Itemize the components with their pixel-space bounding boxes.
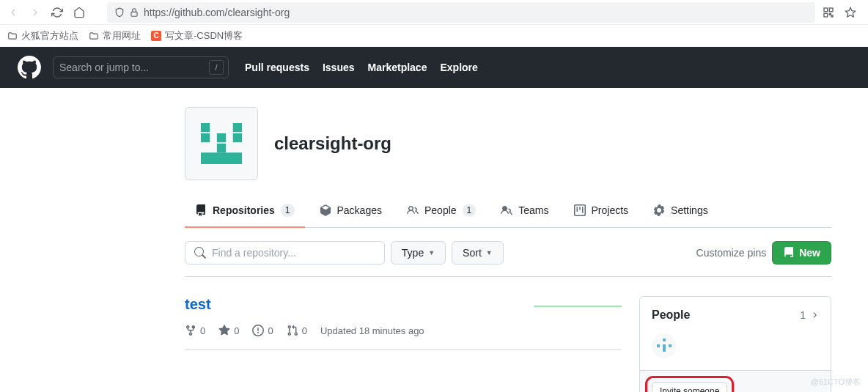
tab-people[interactable]: People 1 (397, 198, 486, 227)
customize-pins-link[interactable]: Customize pins (696, 247, 767, 259)
tab-label: Packages (337, 204, 382, 216)
people-box: People 1 (639, 296, 831, 392)
sort-label: Sort (463, 247, 482, 259)
svg-rect-19 (663, 347, 666, 352)
browser-toolbar: https://github.com/clearsight-org (0, 0, 868, 25)
svg-marker-6 (845, 7, 855, 17)
repo-item: test (185, 296, 622, 313)
people-box-footer: Invite someone (640, 370, 831, 392)
watermark: @51CTO博客 (811, 377, 861, 388)
tab-label: Teams (518, 204, 548, 216)
caret-icon: ▼ (428, 249, 435, 256)
issue-icon (252, 325, 264, 336)
svg-rect-5 (831, 15, 833, 17)
member-avatar[interactable] (652, 333, 677, 358)
tab-label: People (424, 204, 457, 216)
star-icon (218, 325, 230, 336)
search-input[interactable] (59, 62, 199, 73)
bookmarks-bar: 火狐官方站点 常用网址 C 写文章-CSDN博客 (0, 25, 868, 47)
people-box-body (640, 333, 831, 370)
slash-key-icon: / (209, 60, 224, 75)
divider (185, 276, 831, 277)
csdn-icon: C (151, 31, 161, 41)
qr-icon[interactable] (823, 7, 834, 18)
repo-icon (195, 204, 207, 216)
issues-count[interactable]: 0 (252, 325, 273, 336)
svg-rect-10 (217, 133, 226, 142)
new-repo-button[interactable]: New (772, 241, 831, 265)
svg-rect-11 (233, 133, 242, 142)
divider (185, 350, 622, 350)
repo-icon (783, 247, 795, 259)
github-logo-icon[interactable] (18, 56, 41, 79)
people-box-header[interactable]: People 1 (640, 297, 831, 333)
reload-button[interactable] (51, 7, 63, 18)
nav-issues[interactable]: Issues (323, 62, 355, 73)
url-bar[interactable]: https://github.com/clearsight-org (107, 2, 815, 23)
people-count-link[interactable]: 1 (800, 309, 819, 321)
svg-rect-3 (824, 13, 828, 17)
back-button[interactable] (7, 7, 19, 18)
svg-rect-4 (829, 13, 831, 15)
tab-count: 1 (463, 204, 477, 217)
github-header: / Pull requests Issues Marketplace Explo… (0, 47, 868, 88)
github-nav: Pull requests Issues Marketplace Explore (245, 62, 478, 73)
org-avatar[interactable] (185, 107, 258, 180)
search-icon (194, 247, 206, 259)
bookmark-star-icon[interactable] (845, 7, 856, 18)
invite-someone-button[interactable]: Invite someone (652, 382, 727, 392)
folder-icon (7, 31, 18, 41)
url-text: https://github.com/clearsight-org (144, 7, 290, 18)
package-icon (320, 204, 331, 216)
nav-pull-requests[interactable]: Pull requests (245, 62, 309, 73)
repo-list: test 0 0 0 0 Updated 18 minutes ago (185, 296, 622, 392)
new-button-label: New (799, 247, 820, 259)
svg-rect-2 (829, 8, 833, 12)
type-select[interactable]: Type ▼ (391, 241, 446, 265)
shield-icon (114, 7, 125, 18)
chevron-right-icon (810, 311, 819, 319)
svg-rect-9 (201, 133, 210, 142)
tab-projects[interactable]: Projects (564, 198, 639, 227)
tab-count: 1 (281, 204, 295, 217)
identicon-icon (196, 118, 247, 169)
tab-teams[interactable]: Teams (490, 198, 559, 227)
main-container: clearsight-org Repositories 1 Packages P… (185, 88, 831, 392)
gear-icon (653, 204, 665, 216)
forks-count[interactable]: 0 (185, 325, 205, 336)
github-search[interactable]: / (53, 56, 229, 78)
repo-name-link[interactable]: test (185, 296, 211, 312)
bookmark-item[interactable]: C 写文章-CSDN博客 (151, 29, 243, 42)
bookmark-label: 火狐官方站点 (21, 29, 78, 42)
svg-rect-16 (657, 344, 660, 347)
bookmark-item[interactable]: 常用网址 (89, 29, 141, 42)
forward-button[interactable] (29, 7, 41, 18)
svg-rect-17 (663, 344, 666, 347)
svg-rect-0 (131, 12, 137, 16)
bookmark-label: 常用网址 (103, 29, 141, 42)
caret-icon: ▼ (486, 249, 493, 256)
sort-select[interactable]: Sort ▼ (452, 241, 504, 265)
find-repo-field[interactable] (212, 247, 375, 259)
folder-icon (89, 31, 99, 41)
updated-text: Updated 18 minutes ago (320, 325, 424, 336)
svg-rect-7 (201, 123, 210, 132)
bookmark-label: 写文章-CSDN博客 (165, 29, 243, 42)
svg-rect-18 (669, 344, 672, 347)
find-repo-input[interactable] (185, 241, 385, 265)
tab-packages[interactable]: Packages (309, 198, 392, 227)
type-label: Type (402, 247, 424, 259)
tab-repositories[interactable]: Repositories 1 (185, 198, 305, 227)
prs-count[interactable]: 0 (287, 325, 307, 336)
home-button[interactable] (73, 7, 85, 18)
browser-nav-buttons (7, 7, 85, 18)
nav-explore[interactable]: Explore (440, 62, 477, 73)
lock-icon (129, 7, 139, 18)
org-tabs: Repositories 1 Packages People 1 Teams P… (185, 198, 831, 228)
tab-label: Settings (671, 204, 708, 216)
nav-marketplace[interactable]: Marketplace (368, 62, 427, 73)
stars-count[interactable]: 0 (218, 325, 239, 336)
tab-settings[interactable]: Settings (643, 198, 718, 227)
bookmark-item[interactable]: 火狐官方站点 (7, 29, 78, 42)
svg-rect-1 (824, 8, 828, 12)
